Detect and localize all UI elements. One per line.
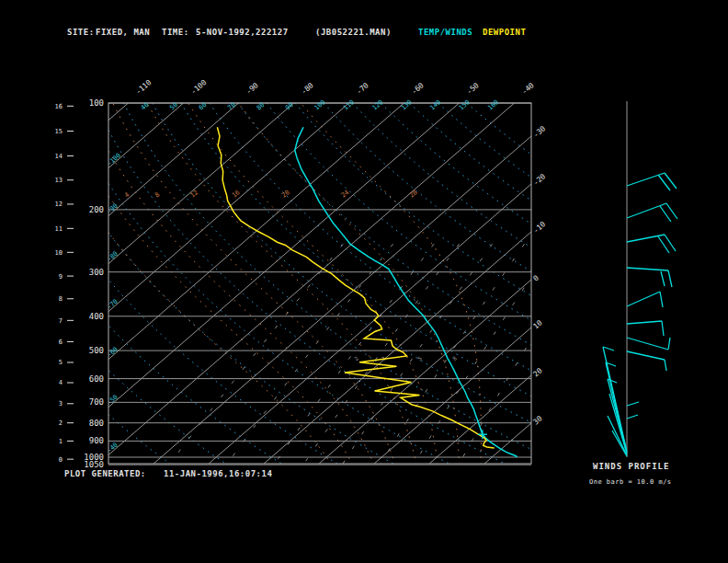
isotherm-top-label: -70 — [355, 81, 370, 96]
winds-profile-title: WINDS PROFILE — [593, 462, 669, 471]
isotherm-right-label: 20 — [531, 366, 543, 378]
dry-adiabat-label: 160 — [486, 98, 500, 111]
isotherm-left-label: -80 — [106, 250, 119, 263]
moist-adiabat-line — [111, 100, 395, 465]
isotherm-right-label: 10 — [531, 318, 543, 330]
isotherm-left-label: -70 — [106, 298, 119, 311]
pressure-tick-label: 900 — [89, 436, 104, 445]
moist-adiabat-label: 20 — [280, 189, 291, 199]
isotherm-line — [0, 103, 184, 464]
dry-adiabat-line — [467, 103, 728, 465]
isotherm-right-label: 30 — [531, 414, 543, 426]
moist-adiabat-label: 8 — [154, 191, 161, 200]
isotherm-top-label: -100 — [189, 78, 209, 97]
height-km-tick-label: 0 — [59, 456, 63, 464]
winds-barb-scale-note: One barb = 10.0 m/s — [589, 478, 672, 486]
height-km-tick-label: 15 — [55, 128, 63, 135]
pressure-tick-label: 1050 — [84, 460, 104, 469]
mixing-ratio-line — [342, 244, 492, 465]
dry-adiabat-line — [438, 103, 728, 465]
mixing-ratio-line — [303, 244, 459, 465]
wind-barb — [603, 347, 614, 350]
isotherm-right-label: -30 — [531, 124, 547, 139]
wind-barb — [627, 321, 662, 324]
isotherm-top-label: -60 — [410, 81, 426, 96]
isotherm-line — [154, 103, 569, 464]
isotherm-line — [0, 103, 293, 464]
dry-adiabat-label: 100 — [313, 98, 327, 111]
isotherm-left-label: -60 — [106, 346, 119, 359]
pressure-tick-label: 600 — [89, 374, 104, 384]
wind-barb — [627, 338, 668, 350]
isotherm-left-label: -40 — [106, 442, 119, 454]
wind-barb — [661, 271, 665, 286]
height-km-tick-label: 6 — [59, 339, 63, 346]
wind-barb — [608, 379, 627, 452]
isotherm-top-label: -110 — [134, 78, 154, 97]
height-km-tick-label: 4 — [59, 379, 63, 386]
dry-adiabat-line — [267, 103, 728, 465]
isotherm-line — [484, 103, 728, 464]
skewt-sounding-screen: SITE: FIXED, MAN TIME: 5-NOV-1992,222127… — [0, 0, 728, 563]
dry-adiabat-line — [0, 103, 171, 465]
wind-barb — [627, 268, 668, 270]
height-km-tick-label: 16 — [55, 103, 63, 110]
plot-generated-value: 11-JAN-1996,16:07:14 — [164, 469, 272, 478]
pressure-tick-label: 500 — [89, 346, 104, 355]
dry-adiabat-line — [95, 103, 506, 465]
grid-lines-group — [0, 100, 728, 465]
plot-generated-label: PLOT GENERATED: — [64, 469, 146, 478]
pressure-tick-label: 300 — [89, 268, 104, 277]
isotherm-top-label: -80 — [300, 81, 315, 96]
pressure-tick-label: 100 — [89, 98, 104, 108]
wind-barb — [627, 402, 639, 406]
moist-adiabat-label: 12 — [189, 189, 200, 199]
dry-adiabat-line — [295, 103, 728, 465]
pressure-tick-label: 800 — [89, 419, 104, 428]
dry-adiabat-line — [409, 103, 728, 465]
isotherm-top-label: -40 — [520, 81, 536, 96]
isotherm-right-label: 0 — [531, 273, 540, 282]
moist-adiabat-line — [58, 100, 353, 465]
pressure-tick-label: 700 — [89, 397, 104, 407]
moist-adiabat-label: 28 — [408, 189, 419, 199]
mixing-ratio-label: 8 — [451, 354, 459, 362]
isotherm-right-label: -20 — [531, 172, 547, 187]
height-km-tick-label: 9 — [59, 273, 63, 281]
wind-barb — [627, 351, 665, 360]
pressure-tick-label: 400 — [89, 312, 104, 321]
wind-barb — [660, 292, 663, 307]
pressure-tick-label: 200 — [89, 205, 104, 214]
isotherm-line — [98, 103, 514, 464]
height-km-tick-label: 2 — [59, 419, 63, 427]
isotherm-top-label: -50 — [465, 81, 481, 96]
dry-adiabat-line — [381, 103, 728, 465]
dry-adiabat-label: 120 — [371, 98, 385, 111]
moist-adiabat-label: 24 — [340, 189, 351, 199]
height-km-tick-label: 8 — [59, 295, 63, 303]
height-km-tick-label: 7 — [59, 317, 63, 325]
wind-barb — [668, 338, 670, 350]
isotherm-left-label: -50 — [106, 394, 119, 407]
height-km-tick-label: 3 — [59, 400, 63, 408]
mixing-ratio-line — [274, 244, 434, 465]
isotherm-line — [209, 103, 624, 464]
moist-adiabat-line — [83, 100, 374, 465]
isotherm-top-label: -90 — [245, 81, 260, 96]
plot-frame — [108, 103, 531, 464]
isotherm-line — [319, 103, 728, 464]
dry-adiabat-line — [238, 103, 728, 465]
wind-barb — [665, 360, 666, 371]
dry-adiabat-label: 140 — [428, 98, 442, 111]
height-km-tick-label: 11 — [55, 225, 63, 233]
height-km-tick-label: 1 — [59, 438, 63, 445]
isotherm-line — [0, 103, 129, 464]
mixing-ratio-label: 5 — [416, 354, 424, 362]
wind-barb — [627, 203, 666, 218]
height-km-tick-label: 13 — [55, 177, 63, 184]
wind-barb — [627, 415, 638, 419]
dry-adiabat-line — [153, 103, 619, 465]
isotherm-right-label: -10 — [531, 220, 547, 235]
height-km-tick-label: 10 — [55, 249, 63, 257]
dry-adiabat-label: 110 — [342, 98, 356, 111]
